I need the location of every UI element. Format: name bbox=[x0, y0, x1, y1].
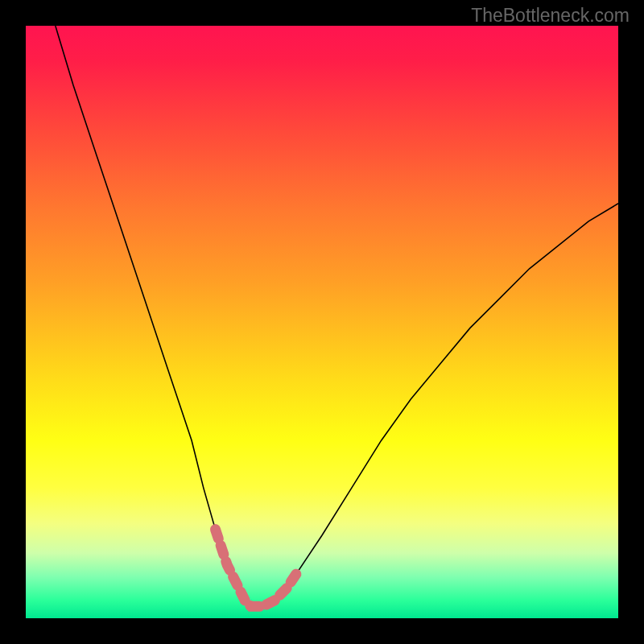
chart-svg bbox=[26, 26, 618, 618]
watermark-text: TheBottleneck.com bbox=[471, 5, 630, 27]
bottleneck-curve bbox=[56, 26, 618, 606]
chart-plot-area bbox=[26, 26, 618, 618]
optimal-zone-highlight bbox=[216, 530, 299, 607]
